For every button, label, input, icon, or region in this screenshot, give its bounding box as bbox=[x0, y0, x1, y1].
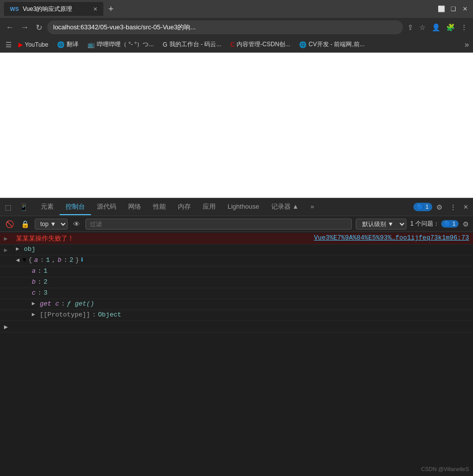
bookmark-translate[interactable]: 🌐 翻译 bbox=[53, 39, 82, 50]
device-toolbar-icon[interactable]: 📱 bbox=[16, 201, 31, 213]
context-selector[interactable]: top ▼ bbox=[35, 219, 68, 230]
prop-c-value: 3 bbox=[44, 289, 48, 297]
tab-recorder[interactable]: 记录器 ▲ bbox=[265, 199, 305, 215]
prop-a-colon: : bbox=[38, 267, 42, 275]
expand-down-arrow[interactable]: ▼ bbox=[22, 256, 26, 264]
inspect-element-icon[interactable]: ⬚ bbox=[2, 201, 14, 213]
prop-a-gutter bbox=[20, 267, 30, 268]
console-toolbar: 🚫 🔒 top ▼ 👁 默认级别 ▼ 1 个问题： 🔵 1 ⚙ bbox=[0, 216, 473, 232]
prop-proto-colon: : bbox=[92, 311, 96, 318]
object-collapse-arrow[interactable]: ◀ bbox=[16, 256, 19, 264]
devtools-close-button[interactable]: × bbox=[461, 201, 471, 214]
menu-icon[interactable]: ⋮ bbox=[459, 22, 469, 33]
console-badge[interactable]: 🔵 1 bbox=[413, 203, 432, 211]
clear-console-icon[interactable]: 🚫 bbox=[4, 219, 15, 230]
obj-key-b: b bbox=[58, 256, 62, 264]
bookmark-youtube-label: YouTube bbox=[25, 41, 48, 48]
filter-input[interactable] bbox=[85, 219, 352, 230]
star-icon[interactable]: ☆ bbox=[418, 22, 427, 33]
tab-lighthouse[interactable]: Lighthouse bbox=[222, 200, 265, 214]
prop-a-content: a : 1 bbox=[32, 267, 469, 275]
error-source-link[interactable]: Vue3%E7%9A%84%E5%93%…foo1ijfeq73k1m96:73 bbox=[314, 234, 469, 241]
object-braces-open: { bbox=[28, 256, 32, 264]
page-content: ⬚ 📱 元素 控制台 源代码 网络 性能 内存 应用 Lighthouse 记录… bbox=[0, 53, 473, 476]
prop-c-row: c : 3 bbox=[0, 288, 473, 299]
bookmark-csdn[interactable]: C 内容管理-CSDN创... bbox=[226, 39, 294, 50]
prop-proto-content: ▶ [[Prototype]] : Object bbox=[32, 311, 469, 318]
profile-icon[interactable]: 👤 bbox=[430, 22, 442, 33]
bookmark-gitee-label: 我的工作台 - 码云... bbox=[169, 40, 222, 49]
colon-1: : bbox=[40, 256, 44, 264]
address-input[interactable] bbox=[47, 20, 403, 34]
csdn-icon: C bbox=[230, 41, 235, 48]
console-input-cursor[interactable] bbox=[10, 322, 14, 329]
console-object-header-row: ◀ ▼ { a : 1 , b : 2 } ℹ bbox=[0, 255, 473, 266]
tab-elements[interactable]: 元素 bbox=[35, 199, 60, 215]
tab-console[interactable]: 控制台 bbox=[60, 199, 91, 215]
bookmark-youtube[interactable]: ▶ YouTube bbox=[14, 40, 52, 50]
expand-icon[interactable]: ▶ bbox=[16, 245, 22, 252]
error-message: 某某某操作失败了！ bbox=[16, 234, 74, 243]
extension-icon[interactable]: 🧩 bbox=[445, 22, 456, 33]
prop-getc-content: ▶ get c : ƒ get() bbox=[32, 300, 469, 308]
back-button[interactable]: ← bbox=[4, 21, 16, 34]
tab-application[interactable]: 应用 bbox=[197, 199, 222, 215]
watermark-text: CSDN @VillanelleS bbox=[421, 466, 469, 472]
error-content: 某某某操作失败了！ Vue3%E7%9A%84%E5%93%…foo1ijfeq… bbox=[16, 234, 469, 243]
prop-getc-value: ƒ get() bbox=[67, 300, 94, 308]
tab-network[interactable]: 网络 bbox=[122, 199, 147, 215]
bookmark-bilibili[interactable]: 📺 哔哩哔哩（ °- °）つ... bbox=[83, 39, 158, 50]
bookmarks-icon[interactable]: ☰ bbox=[4, 39, 13, 50]
log-level-selector[interactable]: 默认级别 ▼ bbox=[356, 219, 406, 230]
devtools-panel: ⬚ 📱 元素 控制台 源代码 网络 性能 内存 应用 Lighthouse 记录… bbox=[0, 198, 473, 476]
address-icons: ⇪ ☆ 👤 🧩 ⋮ bbox=[406, 22, 469, 33]
window-controls: ⬜ ❑ ✕ bbox=[437, 5, 469, 13]
new-tab-button[interactable]: + bbox=[105, 4, 117, 14]
error-expand-arrow[interactable]: ▶ bbox=[4, 234, 14, 242]
title-bar: WS Vue3的响应式原理 × + ⬜ ❑ ✕ bbox=[0, 0, 473, 18]
bookmark-csdn-label: 内容管理-CSDN创... bbox=[236, 40, 290, 49]
object-row-gutter bbox=[4, 256, 14, 257]
more-options-icon[interactable]: ⋮ bbox=[447, 201, 460, 213]
console-settings-icon[interactable]: 🔒 bbox=[19, 219, 31, 230]
devtools-left-icons: ⬚ 📱 bbox=[2, 201, 31, 213]
obj-expand-arrow[interactable]: ▶ bbox=[4, 245, 14, 254]
console-input-row: ▶ bbox=[0, 321, 473, 332]
eye-icon[interactable]: 👁 bbox=[72, 219, 81, 230]
close-window-button[interactable]: ✕ bbox=[461, 5, 469, 13]
bookmark-translate-label: 翻译 bbox=[67, 40, 79, 49]
object-header-content: ◀ ▼ { a : 1 , b : 2 } ℹ bbox=[16, 256, 469, 264]
tab-sources[interactable]: 源代码 bbox=[91, 199, 122, 215]
prop-proto-value: Object bbox=[98, 311, 121, 318]
proto-expand-arrow[interactable]: ▶ bbox=[32, 311, 38, 317]
obj-info-icon[interactable]: ℹ bbox=[81, 256, 83, 263]
console-gear-icon[interactable]: ⚙ bbox=[463, 220, 469, 228]
obj-val-a: 1 bbox=[46, 256, 50, 264]
reload-button[interactable]: ↻ bbox=[34, 21, 44, 34]
prop-b-value: 2 bbox=[44, 278, 48, 286]
obj-key-a: a bbox=[34, 256, 38, 264]
settings-icon[interactable]: ⚙ bbox=[433, 201, 446, 213]
address-bar: ← → ↻ ⇪ ☆ 👤 🧩 ⋮ bbox=[0, 18, 473, 37]
forward-button[interactable]: → bbox=[19, 21, 31, 34]
prop-c-key: c bbox=[32, 289, 36, 297]
page-white-area bbox=[0, 53, 473, 198]
browser-tab[interactable]: WS Vue3的响应式原理 × bbox=[4, 2, 103, 16]
tab-memory[interactable]: 内存 bbox=[172, 199, 197, 215]
more-bookmarks-button[interactable]: » bbox=[465, 40, 469, 49]
tab-performance[interactable]: 性能 bbox=[147, 199, 172, 215]
getc-expand-arrow[interactable]: ▶ bbox=[32, 300, 38, 307]
issues-badge[interactable]: 🔵 1 bbox=[441, 220, 459, 228]
tab-more[interactable]: » bbox=[305, 200, 320, 214]
cast-icon[interactable]: ⇪ bbox=[406, 22, 415, 33]
tab-close-button[interactable]: × bbox=[93, 5, 97, 13]
minimize-button[interactable]: ⬜ bbox=[437, 5, 445, 13]
colon-2: : bbox=[64, 256, 68, 264]
bookmark-cv[interactable]: 🌐 CV开发 - 前端网,前... bbox=[295, 39, 369, 50]
prop-getc-key: get c bbox=[40, 300, 59, 308]
prop-getc-gutter bbox=[20, 300, 30, 301]
bookmark-gitee[interactable]: G 我的工作台 - 码云... bbox=[158, 39, 225, 50]
bilibili-icon: 📺 bbox=[87, 41, 95, 48]
maximize-button[interactable]: ❑ bbox=[449, 5, 457, 13]
console-error-row: ▶ 某某某操作失败了！ Vue3%E7%9A%84%E5%93%…foo1ijf… bbox=[0, 233, 473, 244]
